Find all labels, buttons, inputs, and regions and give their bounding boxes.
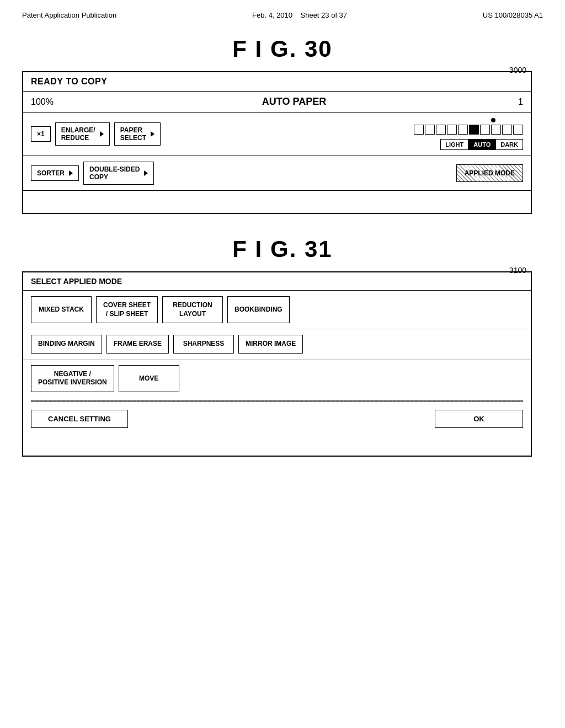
sorter-arrow [69,170,73,176]
sharpness-btn[interactable]: SHARPNESS [173,335,234,354]
cover-sheet-btn[interactable]: COVER SHEET / SLIP SHEET [96,296,158,323]
fig30-enlarge-reduce[interactable]: ENLARGE/ REDUCE [55,122,110,146]
fig31-spacer [23,433,531,456]
ok-btn[interactable]: OK [435,410,523,428]
fig30-copies: 1 [518,97,523,107]
frame-erase-btn[interactable]: FRAME ERASE [106,335,169,354]
mirror-image-btn[interactable]: MIRROR IMAGE [238,335,303,354]
header-left: Patent Application Publication [22,11,116,19]
density-section: LIGHT AUTO DARK [414,118,523,150]
fig30-row4: SORTER DOUBLE-SIDED COPY APPLIED MODE [23,156,531,191]
fig31-row3: NEGATIVE / POSITIVE INVERSION MOVE [23,360,531,398]
bookbinding-btn[interactable]: BOOKBINDING [227,296,290,323]
density-cell-4 [447,125,457,135]
density-dark-btn[interactable]: DARK [495,139,523,150]
density-cell-5 [458,125,468,135]
fig31-row2: BINDING MARGIN FRAME ERASE SHARPNESS MIR… [23,329,531,360]
fig31-bottom-row: CANCEL SETTING OK [23,404,531,433]
fig30-sorter[interactable]: SORTER [31,165,79,181]
density-cell-10 [513,125,523,135]
move-btn[interactable]: MOVE [119,365,179,392]
fig31-diagram: SELECT APPLIED MODE MIXED STACK COVER SH… [22,271,532,457]
paper-select-arrow [151,131,154,137]
density-buttons: LIGHT AUTO DARK [440,139,523,150]
density-cell-6 [469,125,479,135]
fig31-label: 3100 [509,266,526,275]
density-cell-3 [436,125,446,135]
density-cell-9 [502,125,512,135]
fig30-row3: ×1 ENLARGE/ REDUCE PAPER SELECT [23,113,531,156]
header-right: US 100/028035 A1 [483,11,543,19]
binding-margin-btn[interactable]: BINDING MARGIN [31,335,102,354]
divider [31,400,523,402]
fig30-row2: 100% AUTO PAPER 1 [23,92,531,113]
density-cell-2 [425,125,435,135]
fig30-percentage: 100% [31,97,54,107]
enlarge-reduce-arrow [100,131,104,137]
density-cell-7 [480,125,490,135]
negative-positive-btn[interactable]: NEGATIVE / POSITIVE INVERSION [31,365,114,392]
density-bar [414,125,523,135]
density-auto-btn[interactable]: AUTO [468,139,495,150]
fig31-title: F I G. 31 [22,236,543,263]
density-indicator [491,118,495,122]
density-cell-8 [491,125,501,135]
page-header: Patent Application Publication Feb. 4, 2… [22,11,543,19]
mixed-stack-btn[interactable]: MIXED STACK [31,296,92,323]
fig30-empty-row [23,191,531,213]
fig30-double-sided[interactable]: DOUBLE-SIDED COPY [83,162,154,185]
fig31-select-mode: SELECT APPLIED MODE [23,272,531,291]
fig30-auto-paper: AUTO PAPER [70,96,518,108]
fig30-title: F I G. 30 [22,36,543,62]
reduction-layout-btn[interactable]: REDUCTION LAYOUT [162,296,223,323]
fig30-wrapper: F I G. 30 3000 READY TO COPY 100% AUTO P… [22,36,543,214]
double-sided-arrow [144,170,148,176]
density-cell-1 [414,125,424,135]
header-center: Feb. 4, 2010 Sheet 23 of 37 [252,11,347,19]
fig30-paper-select[interactable]: PAPER SELECT [114,122,161,146]
fig31-row1: MIXED STACK COVER SHEET / SLIP SHEET RED… [23,291,531,329]
fig30-status: READY TO COPY [23,72,531,92]
fig30-x1[interactable]: ×1 [31,126,51,142]
fig30-diagram: READY TO COPY 100% AUTO PAPER 1 ×1 ENLAR… [22,71,532,214]
density-light-btn[interactable]: LIGHT [440,139,468,150]
fig31-wrapper: F I G. 31 3100 SELECT APPLIED MODE MIXED… [22,236,543,457]
fig30-label: 3000 [509,66,526,74]
fig30-applied-mode[interactable]: APPLIED MODE [456,164,523,182]
cancel-setting-btn[interactable]: CANCEL SETTING [31,410,128,428]
